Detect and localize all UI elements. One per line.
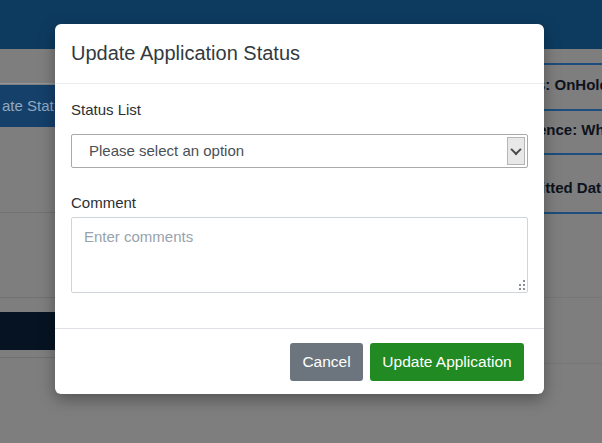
comment-input[interactable]: [71, 217, 528, 293]
update-application-status-modal: Update Application Status Status List Pl…: [55, 24, 544, 394]
page-backdrop: ate Stat s: OnHold ence: Wh itted Dat Up…: [0, 0, 602, 443]
modal-title: Update Application Status: [71, 39, 528, 67]
submitted-date-row-fragment: itted Dat: [541, 179, 601, 196]
status-list-label: Status List: [71, 100, 528, 119]
divider: [0, 83, 55, 84]
select-dropdown-button[interactable]: [507, 137, 525, 165]
status-row-fragment: s: OnHold: [537, 76, 602, 93]
status-list-selected-value: Please select an option: [72, 135, 527, 167]
divider: [0, 212, 55, 213]
modal-body: Status List Please select an option Comm…: [55, 84, 544, 328]
status-list-select[interactable]: Please select an option: [71, 134, 528, 168]
chevron-down-icon: [510, 144, 521, 155]
divider: [0, 297, 55, 298]
update-application-button[interactable]: Update Application: [370, 343, 524, 381]
reference-row-fragment: ence: Wh: [538, 121, 602, 138]
cancel-button[interactable]: Cancel: [290, 343, 363, 381]
comment-label: Comment: [71, 193, 528, 212]
comment-field-wrap: [71, 217, 528, 293]
modal-header: Update Application Status: [55, 24, 544, 84]
update-status-label-fragment: ate Stat: [2, 97, 54, 114]
divider: [0, 357, 55, 358]
divider: [544, 297, 602, 298]
modal-footer: Cancel Update Application: [55, 328, 544, 394]
divider: [544, 363, 602, 364]
